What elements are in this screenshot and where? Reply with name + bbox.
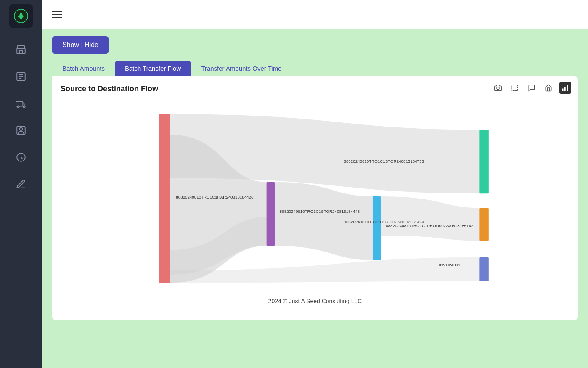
dest-node-3 xyxy=(479,257,489,281)
tabs-row: Batch Amounts Batch Transfer Flow Transf… xyxy=(52,61,578,76)
svg-rect-1 xyxy=(17,49,25,54)
svg-rect-16 xyxy=(567,85,568,91)
hamburger-menu[interactable] xyxy=(52,11,62,18)
svg-rect-15 xyxy=(564,87,566,91)
footer: 2024 © Just A Seed Consulting LLC xyxy=(61,291,569,311)
page-area: Show | Hide Batch Amounts Batch Transfer… xyxy=(42,29,588,368)
list-nav-icon[interactable] xyxy=(12,67,30,86)
label-dest3: INVO24001 xyxy=(439,262,460,267)
tab-transfer-amounts-over-time[interactable]: Transfer Amounts Over Time xyxy=(191,61,291,76)
tab-batch-transfer-flow[interactable]: Batch Transfer Flow xyxy=(115,61,191,76)
label-dest1: 88820240810TRO1C1STOR240813184735 xyxy=(344,159,424,164)
bar-chart-icon[interactable] xyxy=(559,82,571,94)
dest-node-1 xyxy=(479,130,489,194)
app-logo xyxy=(9,4,33,28)
store-nav-icon[interactable] xyxy=(12,40,30,59)
chart-container: Source to Destination Flow xyxy=(52,76,578,320)
svg-rect-14 xyxy=(562,89,564,91)
main-content: Show | Hide Batch Amounts Batch Transfer… xyxy=(42,0,588,368)
svg-rect-13 xyxy=(512,85,518,91)
mid-node-2 xyxy=(373,196,381,260)
svg-rect-6 xyxy=(16,102,23,106)
top-bar xyxy=(42,0,588,29)
controls-row: Show | Hide xyxy=(52,36,578,54)
svg-point-12 xyxy=(497,87,499,90)
svg-point-8 xyxy=(23,106,25,107)
mid-node-1 xyxy=(267,182,275,246)
edit-nav-icon[interactable] xyxy=(12,175,30,193)
chart-toolbar xyxy=(492,82,571,94)
sidebar xyxy=(0,0,42,368)
svg-point-10 xyxy=(20,128,23,131)
comment-icon[interactable] xyxy=(526,82,538,94)
label-dest2: 88820240810TRO1C1PROD002240813185147 xyxy=(386,223,473,228)
show-hide-button[interactable]: Show | Hide xyxy=(52,36,109,54)
tab-batch-amounts[interactable]: Batch Amounts xyxy=(52,61,115,76)
dest-node-2 xyxy=(479,208,489,241)
label-mid1: 88820240810TRO1C1HAR240813184426 xyxy=(176,195,253,199)
source-node xyxy=(159,114,170,283)
svg-point-7 xyxy=(17,106,19,107)
truck-nav-icon[interactable] xyxy=(12,94,30,113)
label-mid2-flow: 88820240810TRO1C1STOR240813184448 xyxy=(280,209,360,214)
flow-to-dest2 xyxy=(381,196,480,241)
camera-icon[interactable] xyxy=(492,82,504,94)
home-icon[interactable] xyxy=(543,82,554,94)
sankey-diagram: 88820240810TRO1C1HAR240813184426 8882024… xyxy=(61,102,569,291)
history-nav-icon[interactable] xyxy=(12,148,30,167)
profile-nav-icon[interactable] xyxy=(12,121,30,140)
selection-icon[interactable] xyxy=(509,82,521,94)
